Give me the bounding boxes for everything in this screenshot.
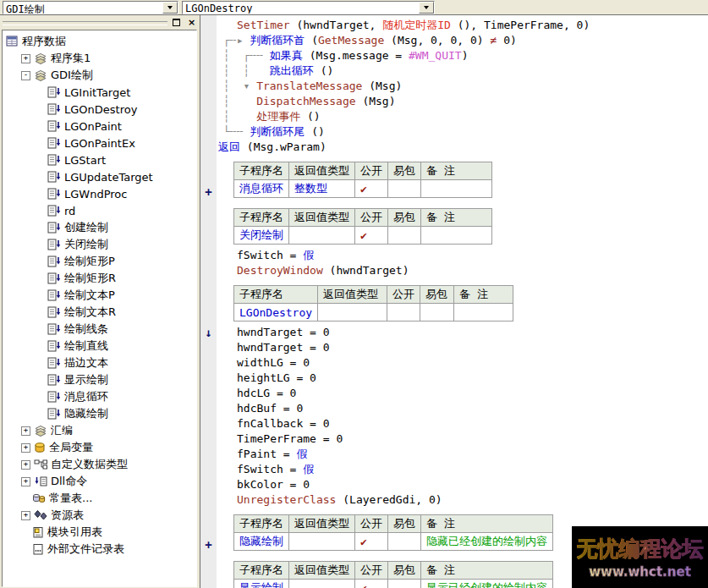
- code-line[interactable]: DestroyWindow (hwndTarget): [217, 263, 708, 278]
- tree-item-Dll命令[interactable]: +Dll命令: [3, 473, 196, 490]
- fold-expand-marker[interactable]: +: [200, 554, 217, 588]
- tree-item-绘制线条[interactable]: 绘制线条: [3, 321, 196, 338]
- module-combobox[interactable]: GDI绘制: [3, 1, 178, 14]
- panel-gripper[interactable]: [3, 21, 167, 25]
- public-check-cell[interactable]: ✔: [355, 180, 388, 198]
- subroutine-name-cell[interactable]: 消息循环: [234, 180, 289, 198]
- code-line[interactable]: ┆ ┌╌╌ 如果真 (Msg.message = #WM_QUIT): [217, 48, 708, 63]
- public-check-cell[interactable]: ✔: [355, 533, 388, 551]
- code-line[interactable]: fPaint = 假: [217, 447, 708, 462]
- code-line[interactable]: hdcLG = 0: [217, 386, 708, 401]
- tree-item-LGOnDestroy[interactable]: LGOnDestroy: [3, 101, 196, 118]
- tree-item-创建绘制[interactable]: 创建绘制: [3, 219, 196, 236]
- expand-icon[interactable]: +: [21, 460, 30, 470]
- tree-item-LGOnPaintEx[interactable]: LGOnPaintEx: [3, 135, 196, 151]
- subroutine-combobox-value[interactable]: LGOnDestroy: [183, 2, 419, 14]
- fold-expand-marker[interactable]: +: [200, 155, 217, 201]
- tree-item-汇编[interactable]: +汇编: [3, 422, 196, 439]
- code-line[interactable]: SetTimer (hwndTarget, 随机定时器ID (), TimePe…: [217, 18, 708, 33]
- panel-close-button[interactable]: ×: [185, 17, 198, 28]
- package-cell[interactable]: [388, 227, 421, 245]
- tree-item-绘制矩形R[interactable]: 绘制矩形R: [3, 270, 196, 287]
- code-line[interactable]: TimePerFrame = 0: [217, 431, 708, 447]
- code-line[interactable]: fnCallback = 0: [217, 416, 708, 431]
- public-check-cell[interactable]: ✔: [355, 227, 388, 245]
- tree-item-自定义数据类型[interactable]: +自定义数据类型: [3, 456, 196, 473]
- remark-cell[interactable]: 隐藏已经创建的绘制内容: [421, 533, 553, 551]
- return-type-cell[interactable]: 整数型: [289, 180, 355, 198]
- return-type-cell[interactable]: [289, 533, 355, 551]
- remark-cell[interactable]: [421, 227, 492, 245]
- code-line[interactable]: ┆ 处理事件 (): [217, 109, 708, 124]
- code-line[interactable]: fSwitch = 假: [217, 462, 708, 477]
- tree-item-rd[interactable]: rd: [3, 202, 196, 219]
- expand-icon[interactable]: +: [21, 511, 30, 520]
- expand-icon[interactable]: +: [21, 477, 30, 486]
- package-cell[interactable]: [388, 180, 421, 198]
- code-line[interactable]: 返回 (Msg.wParam): [217, 140, 708, 155]
- combobox-dropdown-button[interactable]: [162, 2, 178, 14]
- code-line[interactable]: └╌╌ 判断循环尾 (): [217, 124, 708, 140]
- tree-item-资源表[interactable]: +资源表: [3, 507, 196, 524]
- return-type-cell[interactable]: [289, 580, 355, 588]
- tree-item-消息循环[interactable]: 消息循环: [3, 388, 196, 405]
- code-line[interactable]: fSwitch = 假: [217, 248, 708, 263]
- tree-item-外部文件记录表[interactable]: 外部文件记录表: [3, 541, 196, 558]
- code-line[interactable]: widthLG = 0: [217, 355, 708, 371]
- code-line[interactable]: hwndTarget = 0: [217, 325, 708, 340]
- code-line[interactable]: bkColor = 0: [217, 477, 708, 492]
- module-combobox-value[interactable]: GDI绘制: [3, 2, 162, 14]
- expand-icon[interactable]: +: [21, 54, 30, 63]
- tree-item-绘制文本P[interactable]: 绘制文本P: [3, 287, 196, 304]
- public-check-cell[interactable]: [387, 304, 420, 321]
- return-type-cell[interactable]: [289, 227, 355, 245]
- code-line[interactable]: hdcBuf = 0: [217, 401, 708, 416]
- remark-cell[interactable]: 显示已经创建的绘制内容: [421, 580, 553, 588]
- code-line[interactable]: heightLG = 0: [217, 371, 708, 386]
- combobox-dropdown-button[interactable]: [419, 2, 434, 14]
- code-line[interactable]: UnregisterClass (LayeredGdi, 0): [217, 492, 708, 508]
- subroutine-name-cell[interactable]: 关闭绘制: [234, 227, 289, 245]
- code-line[interactable]: ┆ DispatchMessage (Msg): [217, 94, 708, 109]
- package-cell[interactable]: [388, 533, 421, 551]
- remark-cell[interactable]: [454, 304, 513, 321]
- subroutine-name-cell[interactable]: LGOnDestroy: [234, 304, 318, 321]
- tree-item-LGStart[interactable]: LGStart: [3, 151, 196, 168]
- code-line[interactable]: ┆ ▾ TranslateMessage (Msg): [217, 79, 708, 94]
- tree-item-LGInitTarget[interactable]: LGInitTarget: [3, 84, 196, 101]
- current-line-arrow-icon[interactable]: ↓: [200, 325, 217, 340]
- tree-item-程序数据[interactable]: 程序数据: [3, 33, 196, 50]
- tree-item-关闭绘制[interactable]: 关闭绘制: [3, 236, 196, 253]
- code-line[interactable]: hwndTarget = 0: [217, 340, 708, 355]
- subroutine-name-cell[interactable]: 显示绘制: [234, 580, 289, 588]
- subroutine-name-cell[interactable]: 隐藏绘制: [234, 533, 289, 551]
- tree-item-显示绘制[interactable]: 显示绘制: [3, 371, 196, 388]
- panel-titlebar[interactable]: ×: [0, 15, 200, 29]
- code-editor[interactable]: SetTimer (hwndTarget, 随机定时器ID (), TimePe…: [200, 15, 708, 588]
- tree-item-全局变量[interactable]: +全局变量: [3, 439, 196, 456]
- code-line[interactable]: ┌╌▸ 判断循环首 (GetMessage (Msg, 0, 0, 0) ≠ 0…: [217, 33, 708, 48]
- tree-item-LGUpdateTarget[interactable]: LGUpdateTarget: [3, 168, 196, 185]
- panel-float-button[interactable]: [170, 17, 183, 28]
- fold-expand-marker[interactable]: +: [200, 508, 217, 554]
- remark-cell[interactable]: [421, 180, 492, 198]
- public-check-cell[interactable]: ✔: [355, 580, 388, 588]
- tree-item-隐藏绘制[interactable]: 隐藏绘制: [3, 405, 196, 422]
- tree-item-LGOnPaint[interactable]: LGOnPaint: [3, 118, 196, 135]
- tree-item-绘制直线[interactable]: 绘制直线: [3, 338, 196, 354]
- tree-item-绘制文本R[interactable]: 绘制文本R: [3, 304, 196, 321]
- tree-item-GDI绘制[interactable]: -GDI绘制: [3, 67, 196, 84]
- tree-item-模块引用表[interactable]: 模块引用表: [3, 524, 196, 541]
- expand-icon[interactable]: +: [21, 443, 30, 453]
- tree-item-常量表...[interactable]: 常量表...: [3, 490, 196, 507]
- tree-item-描边文本[interactable]: 描边文本: [3, 354, 196, 371]
- expand-icon[interactable]: +: [21, 426, 30, 436]
- code-line[interactable]: ┆ ┆ 跳出循环 (): [217, 63, 708, 79]
- package-cell[interactable]: [388, 580, 421, 588]
- package-cell[interactable]: [420, 304, 454, 321]
- tree-item-程序集1[interactable]: +程序集1: [3, 50, 196, 67]
- program-data-tree[interactable]: 程序数据+程序集1-GDI绘制LGInitTargetLGOnDestroyLG…: [2, 30, 197, 587]
- collapse-icon[interactable]: -: [21, 71, 30, 80]
- tree-item-LGWndProc[interactable]: LGWndProc: [3, 185, 196, 202]
- subroutine-combobox[interactable]: LGOnDestroy: [182, 1, 435, 14]
